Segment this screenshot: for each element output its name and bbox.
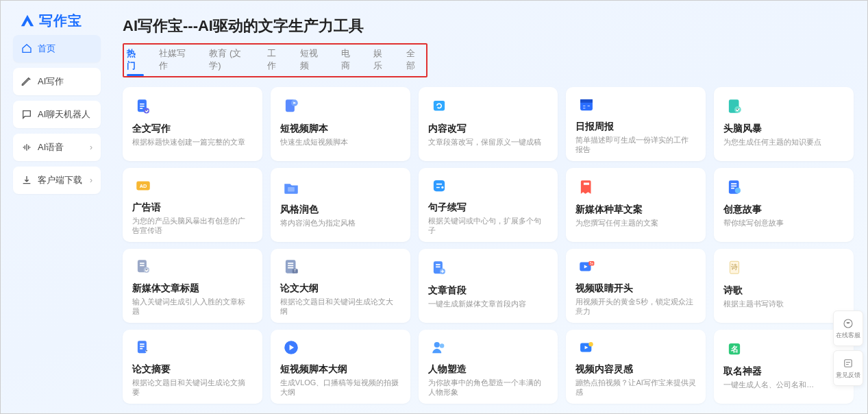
template-card[interactable]: 日报周报简单描述即可生成一份详实的工作报告 (566, 87, 706, 161)
card-desc: 将内容润色为指定风格 (280, 218, 401, 228)
tab-work[interactable]: 工作 (267, 47, 284, 75)
tab-shortvideo[interactable]: 短视频 (300, 47, 326, 75)
card-title: 短视频脚本大纲 (280, 363, 401, 376)
card-title: 广告语 (132, 202, 253, 214)
card-title: 人物塑造 (428, 363, 549, 376)
card-title: 短视频脚本 (280, 123, 401, 135)
card-desc: 帮你续写创意故事 (723, 218, 844, 228)
continue-icon (428, 176, 450, 196)
svg-text:诗: 诗 (731, 263, 738, 271)
template-card[interactable]: 视频内容灵感蹦热点拍视频？让AI写作宝来提供灵感 (566, 330, 706, 404)
card-desc: 根据关键词或中心句，扩展多个句子 (428, 216, 549, 234)
sidebar-item-chatbot[interactable]: AI聊天机器人 (13, 101, 101, 128)
svg-text:AD: AD (140, 184, 147, 190)
template-card[interactable]: T论文大纲根据论文题目和关键词生成论文大纲 (271, 249, 410, 323)
template-card[interactable]: 风格润色将内容润色为指定风格 (271, 168, 410, 242)
book-red-icon (575, 176, 597, 198)
chevron-right-icon: › (90, 175, 92, 185)
template-card[interactable]: 5s视频吸睛开头用视频开头的黄金5秒，锁定观众注意力 (566, 249, 706, 323)
logo-icon (20, 14, 35, 29)
template-card[interactable]: 全文写作根据标题快速创建一篇完整的文章 (123, 87, 262, 161)
card-desc: 根据论文题目和关键词生成论文摘要 (132, 378, 253, 395)
card-desc: 输入关键词生成引人入胜的文章标题 (132, 297, 253, 315)
card-title: 全文写作 (132, 123, 253, 135)
card-title: 论文摘要 (132, 363, 253, 376)
card-title: 新媒体种草文案 (575, 204, 696, 216)
calendar-icon (575, 95, 597, 115)
people-icon (428, 338, 450, 358)
tab-ecommerce[interactable]: 电商 (341, 47, 358, 75)
naming-icon: 名 (723, 338, 745, 360)
feedback-button[interactable]: 意见反馈 (833, 350, 863, 386)
template-card[interactable]: 人物塑造为你故事中的角色塑造一个丰满的人物形象 (419, 330, 558, 404)
template-card[interactable]: 新媒体种草文案为您撰写任何主题的文案 (566, 168, 706, 242)
template-card[interactable]: 文章首段一键生成新媒体文章首段内容 (419, 249, 558, 323)
card-desc: 为您撰写任何主题的文案 (575, 218, 696, 228)
tab-entertainment[interactable]: 娱乐 (373, 47, 390, 75)
template-card[interactable]: 短视频脚本大纲生成VLOG、口播稿等短视频的拍摄大纲 (271, 330, 410, 404)
template-card[interactable]: 创意故事帮你续写创意故事 (714, 168, 854, 242)
template-card[interactable]: AD广告语为您的产品头脑风暴出有创意的广告宣传语 (123, 168, 262, 242)
float-actions: 在线客服 意见反馈 (833, 310, 863, 386)
svg-rect-12 (433, 180, 444, 191)
svg-rect-6 (580, 99, 593, 103)
abstract-icon (132, 338, 154, 358)
template-card[interactable]: 短视频脚本快速生成短视频脚本 (271, 87, 410, 161)
template-card[interactable]: 内容改写文章段落改写，保留原义一键成稿 (419, 87, 558, 161)
video-5s-icon: 5s (575, 257, 597, 277)
video-idea-icon (575, 338, 597, 358)
card-desc: 快速生成短视频脚本 (280, 137, 401, 147)
sidebar-item-label: AI写作 (38, 75, 64, 88)
card-title: 新媒体文章标题 (132, 282, 253, 295)
svg-text:名: 名 (730, 345, 739, 353)
download-icon (21, 175, 32, 186)
card-title: 视频内容灵感 (575, 363, 696, 376)
sidebar-item-label: 首页 (38, 42, 55, 55)
svg-point-13 (441, 186, 443, 188)
refresh-doc-icon (428, 95, 450, 117)
outline-icon: T (280, 257, 302, 277)
card-desc: 根据标题快速创建一篇完整的文章 (132, 137, 253, 147)
feedback-icon (842, 357, 854, 369)
sidebar-item-label: 客户端下载 (38, 174, 82, 186)
sidebar-item-label: AI聊天机器人 (38, 108, 90, 121)
card-desc: 蹦热点拍视频？让AI写作宝来提供灵感 (575, 378, 696, 395)
voice-icon (21, 142, 32, 153)
card-desc: 根据论文题目和关键词生成论文大纲 (280, 297, 401, 315)
card-title: 风格润色 (280, 204, 401, 216)
chevron-right-icon: › (90, 143, 92, 152)
tab-edu[interactable]: 教育 (文学) (209, 47, 252, 75)
app-name: 写作宝 (39, 12, 82, 30)
sidebar-item-download[interactable]: 客户端下载 › (13, 167, 101, 194)
card-desc: 生成VLOG、口播稿等短视频的拍摄大纲 (280, 378, 401, 395)
title-doc-icon (132, 257, 154, 277)
card-title: 创意故事 (723, 204, 844, 216)
tab-social[interactable]: 社媒写作 (159, 47, 194, 75)
template-card[interactable]: 论文摘要根据论文题目和关键词生成论文摘要 (123, 330, 262, 404)
card-title: 文章首段 (428, 284, 549, 297)
app-logo: 写作宝 (20, 12, 82, 30)
template-card[interactable]: 头脑风暴为您生成任何主题的知识要点 (714, 87, 854, 161)
card-desc: 简单描述即可生成一份详实的工作报告 (575, 135, 696, 153)
poem-icon: 诗 (723, 257, 745, 279)
card-desc: 用视频开头的黄金5秒，锁定观众注意力 (575, 297, 696, 315)
home-icon (21, 43, 32, 54)
card-desc: 一键生成新媒体文章首段内容 (428, 299, 549, 309)
sidebar-item-home[interactable]: 首页 (13, 35, 101, 62)
card-title: 内容改写 (428, 123, 549, 135)
svg-point-32 (439, 344, 444, 349)
support-button[interactable]: 在线客服 (833, 310, 863, 346)
template-card[interactable]: 新媒体文章标题输入关键词生成引人入胜的文章标题 (123, 249, 262, 323)
tab-bar-highlight: 热门 社媒写作 教育 (文学) 工作 短视频 电商 娱乐 全部 (123, 43, 427, 77)
headset-icon (842, 317, 854, 330)
template-card[interactable]: 句子续写根据关键词或中心句，扩展多个句子 (419, 168, 558, 242)
card-desc: 文章段落改写，保留原义一键成稿 (428, 137, 549, 147)
tab-hot[interactable]: 热门 (127, 47, 144, 75)
sidebar-item-aiwrite[interactable]: AI写作 (13, 68, 101, 95)
play-doc-icon (280, 95, 302, 117)
svg-point-31 (434, 342, 439, 348)
tab-all[interactable]: 全部 (406, 47, 423, 75)
card-title: 诗歌 (723, 284, 844, 297)
support-label: 在线客服 (836, 331, 860, 340)
sidebar-item-voice[interactable]: AI语音 › (13, 134, 101, 161)
